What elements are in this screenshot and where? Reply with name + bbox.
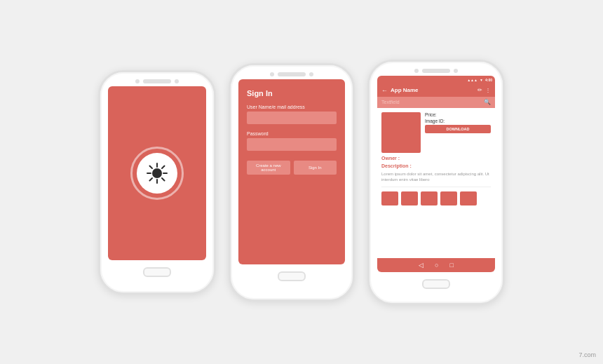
- signin-button[interactable]: Sign In: [294, 161, 337, 175]
- speaker-2: [278, 72, 306, 76]
- signin-screen: Sign In User Name/e mail address Passwor…: [238, 79, 345, 264]
- password-label: Password: [247, 131, 337, 136]
- phone-home-btn-3[interactable]: [422, 279, 450, 289]
- back-icon[interactable]: ←: [381, 87, 388, 94]
- wifi-icon: ▼: [480, 78, 483, 82]
- username-input[interactable]: [247, 112, 337, 124]
- scene: Sign In User Name/e mail address Passwor…: [84, 46, 519, 319]
- thumb-4: [440, 191, 457, 205]
- svg-line-6: [162, 178, 165, 181]
- signal-icon: ▲▲▲: [467, 78, 477, 82]
- svg-line-8: [150, 178, 153, 181]
- divider: [381, 187, 491, 187]
- username-label: User Name/e mail address: [247, 105, 337, 109]
- detail-screen-container: ▲▲▲ ▼ 4:00 ← App Name ✏ ⋮ Textfield 🔍: [377, 76, 495, 272]
- price-row: Price:: [425, 112, 491, 117]
- owner-section: Owner :: [381, 156, 491, 161]
- thumbnail-list: [381, 191, 491, 205]
- description-text: Lorem ipsum dolor sit amet, consectetur …: [381, 171, 491, 183]
- splash-circle-outer: [130, 147, 184, 200]
- bottom-nav-bar: ◁ ○ □: [377, 258, 495, 272]
- create-account-button[interactable]: Create a new account: [247, 161, 290, 175]
- svg-line-7: [162, 166, 165, 168]
- app-name-title: App Name: [391, 87, 475, 93]
- more-icon[interactable]: ⋮: [485, 87, 491, 93]
- signin-screen-container: Sign In User Name/e mail address Passwor…: [238, 79, 345, 264]
- dot-6: [454, 69, 458, 73]
- dot-3: [270, 72, 274, 76]
- edit-icon[interactable]: ✏: [477, 87, 482, 93]
- sun-icon: [146, 162, 168, 184]
- splash-screen: [108, 86, 206, 260]
- thumb-5: [460, 191, 477, 205]
- thumb-1: [381, 191, 398, 205]
- nav-home-icon[interactable]: ○: [435, 262, 438, 269]
- nav-recents-icon[interactable]: □: [450, 262, 454, 269]
- download-button[interactable]: DOWNLOAD: [425, 125, 491, 133]
- nav-back-icon[interactable]: ◁: [419, 262, 424, 269]
- phone-bottom-2: [231, 264, 353, 287]
- app-info: Price: Image ID: DOWNLOAD: [425, 112, 491, 133]
- signin-title: Sign In: [247, 89, 337, 97]
- phone-splash: [98, 70, 216, 295]
- description-section: Description :: [381, 163, 491, 168]
- image-id-row: Image ID:: [425, 119, 491, 123]
- search-placeholder-text: Textfield: [381, 100, 481, 105]
- phone-home-btn-2[interactable]: [278, 271, 306, 281]
- phone-bottom-3: [370, 272, 503, 295]
- detail-top-row: Price: Image ID: DOWNLOAD: [381, 112, 491, 153]
- speaker-3: [422, 69, 450, 73]
- detail-screen: ▲▲▲ ▼ 4:00 ← App Name ✏ ⋮ Textfield 🔍: [377, 76, 495, 272]
- thumb-2: [401, 191, 418, 205]
- status-time: 4:00: [485, 78, 492, 82]
- detail-toolbar: ← App Name ✏ ⋮: [377, 84, 495, 97]
- phone-detail: ▲▲▲ ▼ 4:00 ← App Name ✏ ⋮ Textfield 🔍: [367, 60, 505, 305]
- dot-4: [309, 72, 313, 76]
- phone-top-2: [231, 65, 353, 79]
- search-icon[interactable]: 🔍: [484, 99, 491, 105]
- phone-home-btn-1[interactable]: [143, 267, 171, 277]
- splash-circle-inner: [137, 153, 177, 194]
- search-bar[interactable]: Textfield 🔍: [377, 97, 495, 108]
- password-input[interactable]: [247, 138, 337, 151]
- thumb-3: [421, 191, 438, 205]
- watermark: 7.com: [578, 351, 596, 358]
- dot-1: [135, 79, 140, 83]
- phone-signin: Sign In User Name/e mail address Passwor…: [229, 63, 355, 302]
- phone-top-3: [370, 62, 503, 76]
- speaker-1: [143, 79, 171, 83]
- detail-content: Price: Image ID: DOWNLOAD Owner : Descri…: [377, 108, 495, 258]
- svg-line-5: [150, 166, 153, 168]
- dot-5: [414, 69, 419, 73]
- dot-2: [175, 79, 179, 83]
- signin-buttons: Create a new account Sign In: [247, 161, 337, 175]
- splash-screen-container: [108, 86, 206, 260]
- phone-top-1: [100, 72, 214, 86]
- svg-point-0: [152, 168, 162, 178]
- phone-bottom-1: [100, 260, 214, 283]
- app-image: [381, 112, 421, 153]
- status-bar: ▲▲▲ ▼ 4:00: [377, 76, 495, 84]
